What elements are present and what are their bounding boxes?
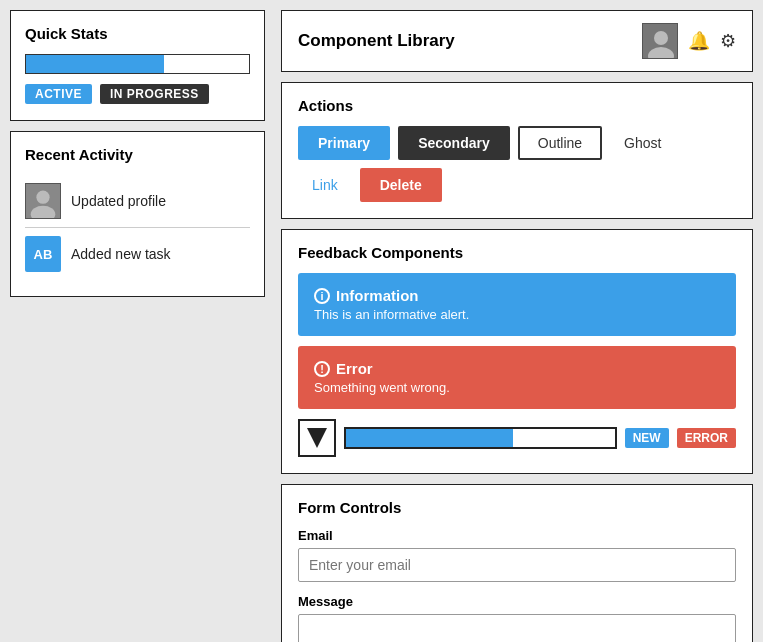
badge-in-progress: IN PROGRESS — [100, 84, 209, 104]
outline-button[interactable]: Outline — [518, 126, 602, 160]
recent-activity-title: Recent Activity — [25, 146, 250, 163]
email-form-group: Email — [298, 528, 736, 582]
info-alert-body: This is an informative alert. — [314, 307, 720, 322]
info-alert: i Information This is an informative ale… — [298, 273, 736, 336]
activity-text-1: Updated profile — [71, 193, 166, 209]
message-label: Message — [298, 594, 736, 609]
error-alert-title: ! Error — [314, 360, 720, 377]
badge-error-label: ERROR — [677, 428, 736, 448]
activity-item-2: AB Added new task — [25, 227, 250, 280]
svg-point-1 — [36, 191, 49, 204]
email-input[interactable] — [298, 548, 736, 582]
header-title: Component Library — [298, 31, 455, 51]
error-alert-icon: ! — [314, 361, 330, 377]
info-alert-title: i Information — [314, 287, 720, 304]
link-button[interactable]: Link — [298, 170, 352, 200]
recent-activity-card: Recent Activity Updated profile AB Added… — [10, 131, 265, 297]
form-controls-card: Form Controls Email Message — [281, 484, 753, 642]
primary-button[interactable]: Primary — [298, 126, 390, 160]
badge-new: NEW — [625, 428, 669, 448]
user-avatar-header[interactable] — [642, 23, 678, 59]
email-label: Email — [298, 528, 736, 543]
quick-stats-title: Quick Stats — [25, 25, 250, 42]
quick-stats-card: Quick Stats ACTIVE IN PROGRESS — [10, 10, 265, 121]
progress-row: NEW ERROR — [298, 419, 736, 457]
activity-text-2: Added new task — [71, 246, 171, 262]
actions-card: Actions Primary Secondary Outline Ghost … — [281, 82, 753, 219]
feedback-title: Feedback Components — [298, 244, 736, 261]
progress-icon — [307, 428, 327, 448]
activity-item-1: Updated profile — [25, 175, 250, 227]
progress-icon-box — [298, 419, 336, 457]
form-controls-title: Form Controls — [298, 499, 736, 516]
message-form-group: Message — [298, 594, 736, 642]
progress-bar-outer — [344, 427, 617, 449]
message-textarea[interactable] — [298, 614, 736, 642]
delete-button[interactable]: Delete — [360, 168, 442, 202]
avatar-initials-ab: AB — [25, 236, 61, 272]
error-alert: ! Error Something went wrong. — [298, 346, 736, 409]
bell-icon[interactable]: 🔔 — [688, 30, 710, 52]
feedback-card: Feedback Components i Information This i… — [281, 229, 753, 474]
svg-point-4 — [654, 31, 668, 45]
actions-title: Actions — [298, 97, 736, 114]
avatar-image — [25, 183, 61, 219]
header-icons: 🔔 ⚙ — [642, 23, 736, 59]
error-alert-body: Something went wrong. — [314, 380, 720, 395]
secondary-button[interactable]: Secondary — [398, 126, 510, 160]
ghost-button[interactable]: Ghost — [610, 128, 675, 158]
quick-stats-progress-fill — [26, 55, 164, 73]
actions-row: Primary Secondary Outline Ghost Link Del… — [298, 126, 736, 202]
info-alert-icon: i — [314, 288, 330, 304]
progress-bar-inner — [346, 429, 513, 447]
quick-stats-badges: ACTIVE IN PROGRESS — [25, 84, 250, 104]
avatar-initials-text: AB — [34, 247, 53, 262]
badge-active: ACTIVE — [25, 84, 92, 104]
quick-stats-progress-bar — [25, 54, 250, 74]
header-card: Component Library 🔔 ⚙ — [281, 10, 753, 72]
gear-icon[interactable]: ⚙ — [720, 30, 736, 52]
